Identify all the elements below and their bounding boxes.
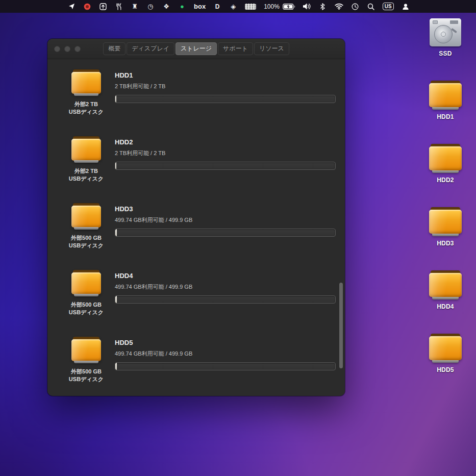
drive-usage-fill bbox=[115, 363, 117, 370]
drive-caption: 外部500 GB USBディスク bbox=[69, 301, 104, 316]
drive-usage-bar bbox=[115, 95, 336, 103]
drive-name: HDD4 bbox=[115, 272, 336, 280]
drive-caption: 外部500 GB USBディスク bbox=[69, 234, 104, 249]
volume-icon[interactable] bbox=[303, 2, 311, 11]
record-icon[interactable] bbox=[83, 2, 91, 11]
package-icon[interactable]: ◈ bbox=[229, 2, 237, 11]
drive-usage-bar bbox=[115, 295, 336, 304]
close-button[interactable] bbox=[54, 46, 60, 52]
desktop-icon-hdd3[interactable]: HDD3 bbox=[429, 207, 462, 247]
drive-row: 外部500 GB USBディスク HDD4 499.74 GB利用可能 / 49… bbox=[47, 265, 345, 332]
desktop-icon-label: HDD2 bbox=[437, 177, 454, 184]
drive-caption-line1: 外部2 TB bbox=[69, 101, 104, 108]
minimize-button[interactable] bbox=[64, 46, 70, 52]
drive-row: 外部500 GB USBディスク HDD5 499.74 GB利用可能 / 49… bbox=[47, 332, 345, 395]
drive-detail: 499.74 GB利用可能 / 499.9 GB bbox=[115, 350, 336, 358]
drive-usage-fill bbox=[115, 229, 117, 236]
drive-caption: 外部2 TB USBディスク bbox=[69, 101, 104, 116]
location-arrow-icon[interactable] bbox=[67, 2, 76, 11]
external-drive-icon bbox=[429, 207, 462, 236]
external-drive-icon bbox=[429, 144, 462, 173]
drive-caption-line1: 外部500 GB bbox=[69, 301, 104, 309]
drive-usage-bar bbox=[115, 229, 336, 237]
drive-caption: 外部2 TB USBディスク bbox=[69, 167, 104, 183]
external-drive-icon bbox=[71, 337, 101, 363]
tab-overview[interactable]: 概要 bbox=[103, 42, 126, 55]
storage-pane: 外部2 TB USBディスク HDD1 2 TB利用可能 / 2 TB 外部2 … bbox=[47, 59, 345, 395]
wifi-icon[interactable] bbox=[335, 2, 343, 11]
dropbox-icon[interactable]: ❖ bbox=[162, 2, 170, 11]
drive-name: HDD5 bbox=[115, 339, 336, 346]
external-drive-icon bbox=[429, 81, 462, 110]
drive-detail: 499.74 GB利用可能 / 499.9 GB bbox=[115, 283, 336, 291]
traffic-lights bbox=[54, 39, 81, 59]
drive-caption-line1: 外部500 GB bbox=[69, 368, 104, 375]
battery-percent-label[interactable]: 100% bbox=[264, 2, 280, 11]
drive-caption-line2: USBディスク bbox=[69, 242, 104, 249]
desktop-icons: SSD HDD1 HDD2 HDD3 H bbox=[421, 18, 470, 373]
clock-icon[interactable] bbox=[351, 2, 359, 11]
external-drive-icon bbox=[71, 136, 101, 163]
drive-row: 外部2 TB USBディスク HDD2 2 TB利用可能 / 2 TB bbox=[47, 131, 345, 198]
desktop-icon-label: SSD bbox=[439, 50, 452, 57]
search-icon[interactable] bbox=[367, 2, 375, 11]
drive-usage-fill bbox=[115, 296, 117, 303]
drive-caption-line2: USBディスク bbox=[69, 309, 104, 316]
zoom-button[interactable] bbox=[74, 46, 81, 52]
drive-usage-fill bbox=[115, 95, 116, 103]
external-drive-icon bbox=[71, 69, 101, 96]
desktop-icon-hdd4[interactable]: HDD4 bbox=[429, 270, 462, 310]
desktop-icon-ssd[interactable]: SSD bbox=[430, 18, 461, 57]
scrollbar-thumb[interactable] bbox=[339, 283, 343, 368]
status-dot-icon[interactable]: ● bbox=[178, 2, 186, 11]
drive-detail: 2 TB利用可能 / 2 TB bbox=[115, 83, 336, 90]
drive-row: 外部500 GB USBディスク HDD3 499.74 GB利用可能 / 49… bbox=[47, 198, 345, 265]
utensils-icon[interactable] bbox=[115, 2, 123, 11]
menubar: ♜◷❖●boxD◈100%US bbox=[0, 0, 476, 13]
upload-icon[interactable] bbox=[99, 2, 107, 11]
clock-app-icon[interactable]: ◷ bbox=[146, 2, 155, 11]
drive-caption-line2: USBディスク bbox=[69, 375, 104, 383]
window-tabs: 概要ディスプレイストレージサポートリソース bbox=[103, 42, 290, 55]
user-icon[interactable] bbox=[402, 2, 410, 11]
internal-drive-icon bbox=[430, 18, 461, 46]
drive-name: HDD2 bbox=[115, 138, 336, 146]
menubar-items: ♜◷❖●boxD◈100%US bbox=[67, 2, 417, 11]
tab-displays[interactable]: ディスプレイ bbox=[127, 42, 174, 55]
drive-caption-line2: USBディスク bbox=[69, 175, 104, 183]
drive-detail: 499.74 GB利用可能 / 499.9 GB bbox=[115, 216, 336, 224]
system-info-window: 概要ディスプレイストレージサポートリソース 外部2 TB USBディスク HDD… bbox=[47, 39, 345, 396]
desktop-icon-label: HDD4 bbox=[437, 303, 454, 310]
drive-usage-fill bbox=[115, 162, 116, 169]
desktop-icon-hdd1[interactable]: HDD1 bbox=[429, 81, 462, 120]
tab-storage[interactable]: ストレージ bbox=[176, 42, 217, 55]
external-drive-icon bbox=[429, 270, 462, 299]
tab-support[interactable]: サポート bbox=[218, 42, 253, 55]
window-titlebar[interactable]: 概要ディスプレイストレージサポートリソース bbox=[47, 39, 345, 59]
desktop-icon-label: HDD5 bbox=[437, 366, 454, 373]
tab-resources[interactable]: リソース bbox=[254, 42, 289, 55]
drive-list: 外部2 TB USBディスク HDD1 2 TB利用可能 / 2 TB 外部2 … bbox=[47, 64, 345, 395]
drive-name: HDD3 bbox=[115, 205, 336, 213]
desktop-icon-label: HDD3 bbox=[437, 240, 454, 247]
drive-caption-line1: 外部500 GB bbox=[69, 234, 104, 242]
input-source-label[interactable]: US bbox=[383, 3, 394, 10]
drive-row: 外部2 TB USBディスク HDD1 2 TB利用可能 / 2 TB bbox=[47, 64, 345, 131]
drive-name: HDD1 bbox=[115, 71, 336, 79]
desktop-icon-hdd5[interactable]: HDD5 bbox=[429, 334, 462, 373]
external-drive-icon bbox=[429, 334, 462, 363]
desktop-icon-label: HDD1 bbox=[437, 113, 454, 120]
drive-usage-bar bbox=[115, 162, 336, 170]
castle-icon[interactable]: ♜ bbox=[131, 2, 139, 11]
external-drive-icon bbox=[71, 270, 101, 296]
box-app-label[interactable]: box bbox=[194, 2, 206, 11]
desktop: { "colors": { "menubar_bg": "#16121f", "… bbox=[0, 0, 476, 476]
drive-caption: 外部500 GB USBディスク bbox=[69, 368, 104, 383]
desktop-icon-hdd2[interactable]: HDD2 bbox=[429, 144, 462, 184]
deepl-icon[interactable]: D bbox=[213, 2, 221, 11]
bluetooth-icon[interactable] bbox=[319, 2, 327, 11]
keyboard-pill-icon[interactable] bbox=[245, 4, 256, 10]
drive-usage-bar bbox=[115, 362, 336, 370]
battery-icon[interactable] bbox=[283, 2, 295, 11]
drive-caption-line1: 外部2 TB bbox=[69, 167, 104, 175]
